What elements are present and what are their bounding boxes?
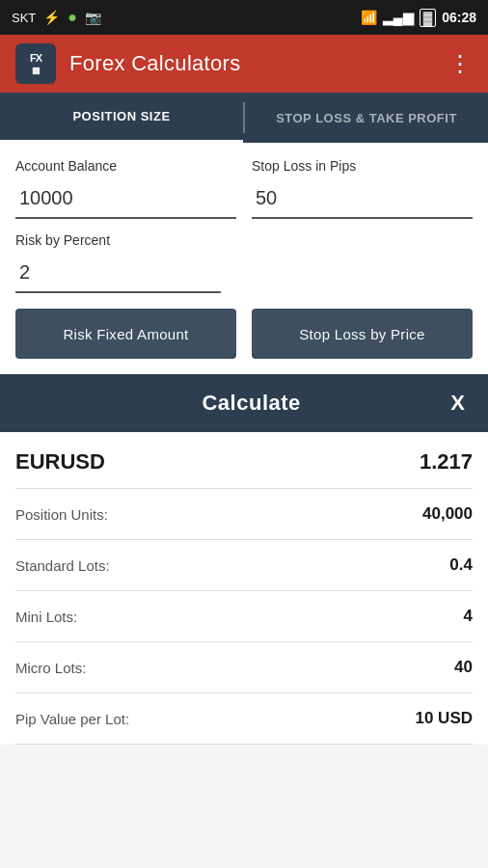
input-row-top: Account Balance Stop Loss in Pips [15,158,473,219]
result-row-0: Position Units: 40,000 [15,489,473,539]
result-row-value-1: 0.4 [449,556,473,575]
app-bar: FX▦ Forex Calculators ⋮ [0,35,488,93]
risk-percent-input[interactable] [15,254,221,293]
result-row-label-2: Mini Lots: [15,609,77,625]
result-row-label-4: Pip Value per Lot: [15,711,129,727]
wifi-icon: 📶 [361,10,377,25]
result-row-2: Mini Lots: 4 [15,591,473,641]
result-row-value-3: 40 [454,658,473,677]
form-content: Account Balance Stop Loss in Pips Risk b… [0,143,488,374]
result-row-1: Standard Lots: 0.4 [15,540,473,590]
result-row-value-2: 4 [464,607,473,626]
stop-loss-by-price-button[interactable]: Stop Loss by Price [252,309,473,359]
risk-fixed-amount-button[interactable]: Risk Fixed Amount [15,309,236,359]
status-bar: SKT ⚡ ● 📷 📶 ▂▄▆ ▓ 06:28 [0,0,488,35]
button-row: Risk Fixed Amount Stop Loss by Price [15,309,473,359]
usb-icon: ⚡ [43,10,60,25]
results-section: EURUSD 1.217 Position Units: 40,000 Stan… [0,432,488,745]
result-header: EURUSD 1.217 [15,432,473,488]
carrier-label: SKT [12,11,36,25]
calculate-close-button[interactable]: X [450,391,465,416]
risk-percent-group: Risk by Percent [15,232,473,293]
account-balance-input[interactable] [15,179,236,219]
result-pair: EURUSD [15,449,105,475]
android-icon: ● [68,9,77,26]
stop-loss-pips-label: Stop Loss in Pips [252,158,473,174]
risk-percent-label: Risk by Percent [15,232,473,248]
calculate-label: Calculate [52,391,450,416]
result-divider-5 [15,744,473,745]
app-icon-label: FX▦ [30,52,41,76]
stop-loss-pips-input[interactable] [252,179,473,219]
battery-icon: ▓ [420,9,436,27]
result-row-label-1: Standard Lots: [15,557,110,574]
result-row-3: Micro Lots: 40 [15,642,473,692]
tab-stop-loss-label: STOP LOSS & TAKE PROFIT [276,111,457,125]
account-balance-label: Account Balance [15,158,236,174]
calculate-bar: Calculate X [0,374,488,432]
result-row-value-4: 10 USD [415,709,473,728]
app-bar-left: FX▦ Forex Calculators [15,43,241,84]
time-label: 06:28 [442,10,476,25]
tab-stop-loss[interactable]: STOP LOSS & TAKE PROFIT [245,93,488,143]
app-title: Forex Calculators [69,51,241,76]
account-balance-group: Account Balance [15,158,236,219]
result-row-4: Pip Value per Lot: 10 USD [15,693,473,744]
menu-button[interactable]: ⋮ [448,50,473,77]
camera-icon: 📷 [85,10,101,25]
result-row-label-3: Micro Lots: [15,660,86,676]
status-right: 📶 ▂▄▆ ▓ 06:28 [361,9,476,27]
tab-position-size-label: POSITION SIZE [72,109,170,123]
stop-loss-pips-group: Stop Loss in Pips [252,158,473,219]
tab-position-size[interactable]: POSITION SIZE [0,93,243,143]
signal-icon: ▂▄▆ [383,10,414,25]
status-left: SKT ⚡ ● 📷 [12,9,101,26]
result-row-value-0: 40,000 [422,504,473,524]
tab-bar: POSITION SIZE STOP LOSS & TAKE PROFIT [0,93,488,143]
result-row-label-0: Position Units: [15,506,108,523]
result-rate: 1.217 [420,449,473,475]
app-icon: FX▦ [15,43,56,84]
